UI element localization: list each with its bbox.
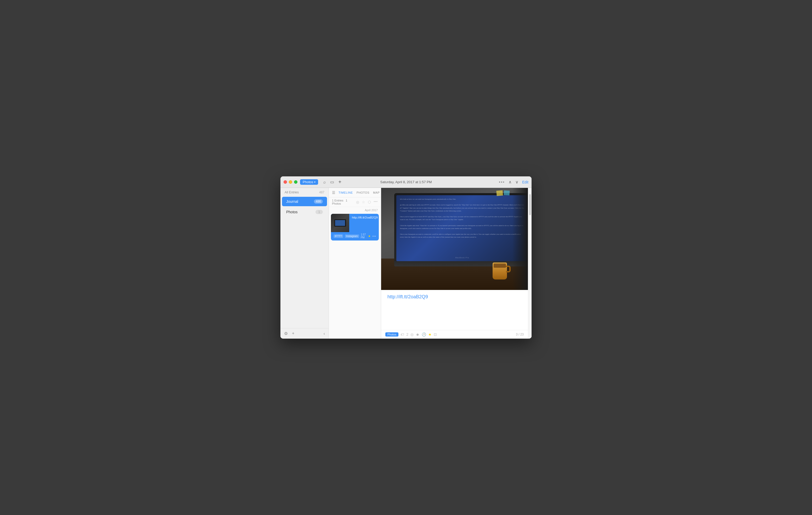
- titlebar-actions: ••• ∧ ∨ Edit: [499, 179, 528, 184]
- collapse-icon[interactable]: ‹: [324, 331, 325, 336]
- sticky-2: [504, 190, 510, 195]
- laptop-image: let's look at how we can send our Instag…: [394, 193, 528, 266]
- macbook-label: MacBook Pro: [455, 257, 469, 259]
- sticky-notes: [496, 191, 510, 196]
- entry-wrapper: http://ift.tt/2oaB2Q9 IFTTT Instagram 1:…: [329, 213, 381, 241]
- titlebar: Photos ▾ ⌕ ▭ + Saturday, April 8, 2017 a…: [281, 176, 531, 188]
- screen-text: let's look at how we can send our Instag…: [400, 198, 524, 239]
- sticky-1: [496, 190, 503, 196]
- app-window: Photos ▾ ⌕ ▭ + Saturday, April 8, 2017 a…: [281, 176, 531, 339]
- footer-tags: Photos 🏷 2 ◎ ☻ 🕐 ★ ⊡: [385, 332, 437, 337]
- close-button[interactable]: [284, 180, 287, 184]
- entry-list-icons: ◎ ☆ ⬡ •••: [356, 200, 378, 204]
- date-section-label: April 2017: [365, 208, 378, 212]
- more-options-icon[interactable]: •••: [499, 180, 505, 184]
- footer-weather-icon: 🕐: [422, 332, 426, 337]
- star-icon[interactable]: ☆: [362, 200, 365, 204]
- tag-icon[interactable]: ⬡: [368, 200, 371, 204]
- minimize-button[interactable]: [289, 180, 292, 184]
- chevron-down-icon: ▾: [314, 180, 316, 183]
- main-photo: let's look at how we can send our Instag…: [381, 188, 528, 290]
- entry-list-subheader: 1 Entries 1 Photos ◎ ☆ ⬡ •••: [329, 197, 381, 207]
- entry-link-text: http://ift.tt/2oaB2Q9: [352, 216, 378, 219]
- footer-tag-photos[interactable]: Photos: [385, 332, 399, 337]
- entry-more-icon[interactable]: •••: [372, 234, 376, 238]
- main-content: All Entries 487 Journal 486 Photos 1 ⚙ +…: [281, 188, 531, 339]
- footer-image-icon[interactable]: ⊡: [434, 332, 437, 337]
- tab-timeline[interactable]: TIMELINE: [338, 191, 354, 195]
- scrollbar[interactable]: [528, 188, 531, 339]
- entry-card-footer: IFTTT Instagram 1:57 PM ★ •••: [331, 232, 379, 240]
- sidebar: All Entries 487 Journal 486 Photos 1 ⚙ +…: [281, 188, 329, 339]
- entry-list: ☰ TIMELINE PHOTOS MAP CALENDAR ☁ 1 Entri…: [329, 188, 381, 339]
- entry-card-top: http://ift.tt/2oaB2Q9: [331, 214, 379, 232]
- coffee-liquid: [494, 263, 506, 268]
- entry-list-header: ☰ TIMELINE PHOTOS MAP CALENDAR ☁: [329, 188, 381, 197]
- content-footer: Photos 🏷 2 ◎ ☻ 🕐 ★ ⊡ 3 / 23: [381, 330, 528, 339]
- screen-content: let's look at how we can send our Instag…: [396, 195, 528, 241]
- all-entries-label: All Entries: [285, 191, 299, 194]
- add-entry-icon[interactable]: +: [338, 179, 341, 185]
- mug-handle: [506, 266, 511, 273]
- content-link[interactable]: http://ift.tt/2oaB2Q9: [387, 294, 522, 299]
- content-body: http://ift.tt/2oaB2Q9: [381, 290, 528, 330]
- content-inner: let's look at how we can send our Instag…: [381, 188, 528, 339]
- footer-star-icon[interactable]: ★: [428, 332, 432, 337]
- app-label: Photos: [303, 180, 313, 184]
- sidebar-footer-icons: ⚙ +: [284, 331, 294, 336]
- screen-surface: let's look at how we can send our Instag…: [396, 195, 528, 261]
- window-title: Saturday, April 8, 2017 at 1:57 PM: [380, 180, 432, 184]
- entry-count-text: 1 Entries 1 Photos: [332, 199, 356, 205]
- page-indicator: 3 / 23: [516, 333, 524, 336]
- add-journal-icon[interactable]: +: [292, 331, 294, 336]
- laptop-icon: [334, 219, 346, 227]
- journal-label: Journal: [286, 199, 298, 204]
- sidebar-icon[interactable]: ▭: [330, 179, 334, 184]
- sidebar-header: All Entries 487: [281, 188, 328, 196]
- coffee-mug: [493, 262, 507, 280]
- entry-tag-ifttt: IFTTT: [334, 234, 343, 238]
- entry-star-icon: ★: [368, 234, 371, 238]
- footer-location-icon: ◎: [410, 332, 413, 337]
- scrollbar-thumb[interactable]: [529, 194, 531, 215]
- tab-photos[interactable]: PHOTOS: [355, 191, 370, 195]
- tab-map[interactable]: MAP: [372, 191, 381, 195]
- entry-card-content: http://ift.tt/2oaB2Q9: [349, 214, 379, 232]
- maximize-button[interactable]: [294, 180, 297, 184]
- journal-count: 486: [314, 199, 323, 204]
- content-area: let's look at how we can send our Instag…: [381, 188, 531, 339]
- entry-thumbnail: [331, 214, 349, 232]
- settings-icon[interactable]: ⚙: [284, 331, 288, 336]
- photos-label: Photos: [286, 210, 298, 214]
- right-shadow: [512, 188, 528, 290]
- footer-tag-icon: 🏷: [401, 332, 404, 337]
- photos-count: 1: [316, 210, 323, 214]
- traffic-lights: [284, 180, 297, 184]
- entry-card[interactable]: http://ift.tt/2oaB2Q9 IFTTT Instagram 1:…: [331, 214, 379, 240]
- sidebar-footer: ⚙ + ‹: [281, 328, 328, 339]
- mug-body: [493, 262, 507, 280]
- entry-tag-instagram: Instagram: [345, 234, 359, 238]
- search-icon[interactable]: ⌕: [323, 180, 326, 184]
- app-menu-button[interactable]: Photos ▾: [300, 179, 318, 185]
- more-icon[interactable]: •••: [374, 200, 378, 204]
- location-icon[interactable]: ◎: [356, 200, 359, 204]
- sidebar-item-photos[interactable]: Photos 1: [282, 207, 327, 217]
- laptop-thumb-image: [331, 214, 349, 232]
- footer-count-label: 2: [406, 332, 408, 337]
- footer-person-icon: ☻: [416, 332, 419, 337]
- laptop-body: let's look at how we can send our Instag…: [394, 193, 528, 261]
- nav-down-icon[interactable]: ∨: [515, 179, 519, 184]
- content-scroll-area: let's look at how we can send our Instag…: [381, 188, 531, 339]
- all-entries-count: 487: [319, 191, 324, 194]
- entry-date-section: April 2017: [329, 207, 381, 213]
- nav-up-icon[interactable]: ∧: [509, 179, 512, 184]
- edit-button[interactable]: Edit: [522, 180, 528, 184]
- sidebar-item-journal[interactable]: Journal 486: [282, 197, 327, 206]
- laptop-screen: [335, 220, 345, 226]
- entry-time: 1:57 PM: [361, 233, 367, 239]
- back-icon[interactable]: ☰: [332, 191, 336, 195]
